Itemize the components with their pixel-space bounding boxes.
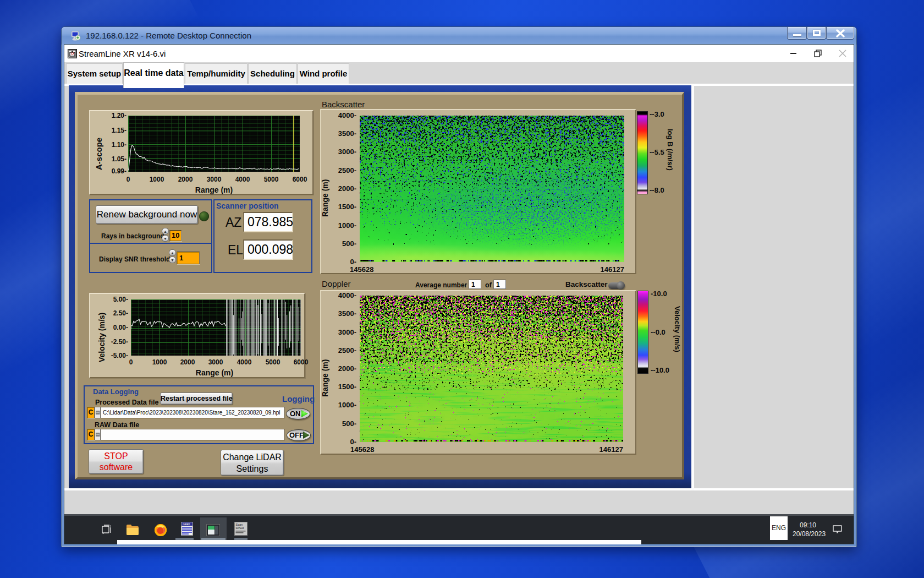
- svg-text:GEEK: GEEK: [183, 522, 191, 526]
- svg-text:sched: sched: [236, 526, 244, 530]
